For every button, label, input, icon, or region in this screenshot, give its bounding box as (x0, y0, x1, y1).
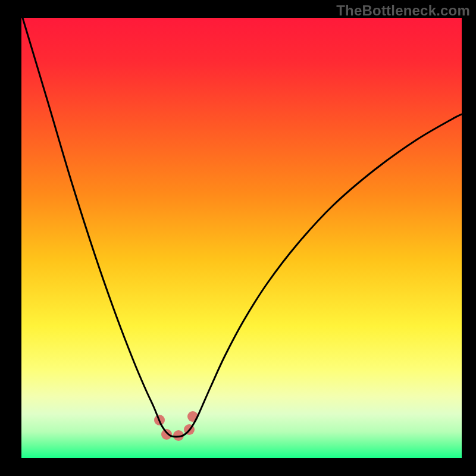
plot-background (21, 18, 462, 458)
curve-marker (161, 429, 172, 440)
chart-svg (0, 0, 476, 476)
watermark-text: TheBottleneck.com (336, 2, 470, 19)
outer-frame: TheBottleneck.com (0, 0, 476, 476)
